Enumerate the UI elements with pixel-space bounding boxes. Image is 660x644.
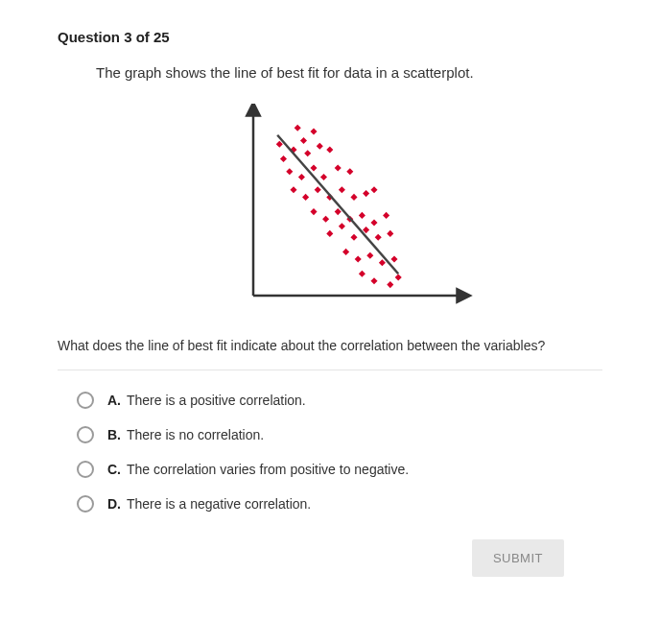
svg-rect-19 <box>315 186 321 193</box>
radio-icon[interactable] <box>77 392 94 409</box>
svg-rect-44 <box>370 277 377 284</box>
svg-rect-8 <box>304 150 311 156</box>
svg-rect-14 <box>320 173 327 179</box>
svg-rect-12 <box>298 173 305 179</box>
scatterplot-figure <box>96 104 602 315</box>
svg-rect-9 <box>317 142 323 149</box>
svg-rect-37 <box>387 229 393 236</box>
svg-rect-33 <box>339 223 345 229</box>
submit-button[interactable]: SUBMIT <box>472 539 564 577</box>
option-letter: C. <box>107 462 121 477</box>
prompt-question: What does the line of best fit indicate … <box>58 336 602 356</box>
svg-rect-17 <box>290 186 296 193</box>
svg-rect-31 <box>383 211 389 218</box>
svg-rect-21 <box>339 186 345 193</box>
svg-rect-13 <box>310 164 317 171</box>
svg-rect-36 <box>375 233 382 240</box>
option-letter: D. <box>107 496 121 512</box>
svg-rect-39 <box>355 255 362 262</box>
option-text: The correlation varies from positive to … <box>127 462 409 477</box>
svg-rect-42 <box>390 255 397 262</box>
svg-rect-3 <box>295 124 301 131</box>
svg-rect-6 <box>310 128 317 134</box>
svg-rect-34 <box>350 233 357 240</box>
svg-rect-10 <box>326 146 333 153</box>
svg-rect-41 <box>379 259 386 266</box>
radio-icon[interactable] <box>77 461 94 478</box>
scatterplot-svg <box>224 104 474 315</box>
svg-rect-15 <box>335 164 342 171</box>
svg-rect-11 <box>286 168 293 175</box>
option-letter: B. <box>107 427 121 442</box>
svg-rect-45 <box>387 281 393 288</box>
option-text: There is no correlation. <box>127 427 264 442</box>
svg-rect-22 <box>350 193 357 200</box>
svg-rect-24 <box>370 186 377 193</box>
svg-rect-29 <box>359 211 365 218</box>
svg-rect-43 <box>359 270 365 276</box>
question-number: Question 3 of 25 <box>58 29 602 45</box>
radio-icon[interactable] <box>77 495 94 513</box>
option-text: There is a positive correlation. <box>127 393 306 408</box>
svg-rect-38 <box>342 248 349 254</box>
option-text: There is a negative correlation. <box>127 496 311 512</box>
divider <box>58 370 602 370</box>
prompt-intro: The graph shows the line of best fit for… <box>96 62 499 84</box>
svg-rect-30 <box>370 219 377 226</box>
radio-icon[interactable] <box>77 426 94 443</box>
svg-rect-27 <box>335 208 342 215</box>
option-c[interactable]: C.The correlation varies from positive t… <box>77 461 602 478</box>
options-list: A.There is a positive correlation.B.Ther… <box>77 392 602 513</box>
svg-rect-18 <box>302 193 309 200</box>
svg-rect-40 <box>366 251 373 258</box>
option-b[interactable]: B.There is no correlation. <box>77 426 602 443</box>
option-d[interactable]: D.There is a negative correlation. <box>77 495 602 513</box>
svg-rect-25 <box>310 208 317 215</box>
option-letter: A. <box>107 393 121 408</box>
svg-rect-32 <box>326 229 333 236</box>
svg-rect-46 <box>395 274 402 280</box>
svg-rect-26 <box>322 215 329 222</box>
svg-rect-7 <box>280 155 287 161</box>
svg-line-47 <box>277 134 398 273</box>
option-a[interactable]: A.There is a positive correlation. <box>77 392 602 409</box>
svg-rect-23 <box>363 190 369 197</box>
svg-rect-16 <box>346 168 353 175</box>
svg-rect-5 <box>300 136 307 143</box>
